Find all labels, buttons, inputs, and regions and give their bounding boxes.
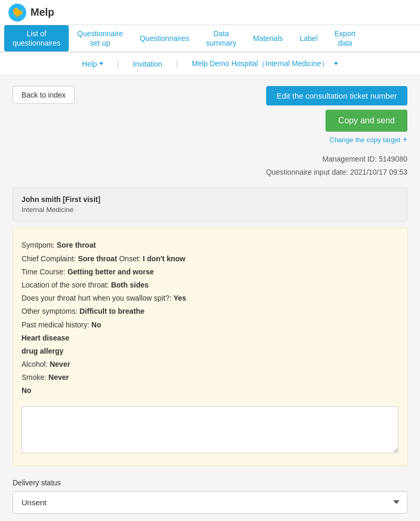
nav-questionnaire-setup[interactable]: Questionnaire set up [69, 25, 131, 51]
nav-label[interactable]: Label [291, 25, 326, 51]
questionnaire-card: Symtpom: Sore throat Chief Complaint: So… [13, 228, 407, 465]
edit-ticket-button[interactable]: Edit the consultation ticket number [266, 86, 407, 105]
main-content: Back to index Edit the consultation tick… [0, 76, 420, 521]
nav-list-questionnaires[interactable]: List of questionnaires [4, 25, 69, 51]
q-line-8: Heart disease [22, 332, 398, 345]
q-heartdisease: Heart disease [22, 334, 69, 342]
main-nav: List of questionnaires Questionnaire set… [0, 25, 420, 52]
q-smoke-prefix: Smoke: [22, 373, 48, 381]
q-line-9: drug allergy [22, 345, 398, 358]
delivery-select[interactable]: Unsent Sent Delivered [13, 492, 407, 513]
q-location-prefix: Location of the sore throat: [22, 281, 111, 289]
q-other-prefix: Other symptoms: [22, 307, 79, 315]
help-menu[interactable]: Help [75, 56, 111, 72]
q-symptom-prefix: Symtpom: [22, 241, 57, 249]
patient-department: Internal Medicine [22, 206, 398, 214]
management-id-value: 5149080 [379, 155, 407, 163]
delivery-label: Delivery status [13, 479, 407, 487]
q-pastmed-value: No [91, 321, 101, 329]
logo-emoji: 🐤 [12, 7, 23, 18]
q-line-2: Chief Complaint: Sore throat Onset: I do… [22, 252, 398, 265]
q-line-12: No [22, 384, 398, 397]
q-timecourse-value: Getting better and worse [67, 268, 154, 276]
q-other-value: Difficult to breathe [79, 307, 144, 315]
q-line-3: Time Course: Getting better and worse [22, 265, 398, 279]
hospital-menu[interactable]: Melp Demo Hospital（Internal Medicine） [184, 55, 345, 73]
hospital-dropdown-icon [334, 62, 338, 65]
q-alcohol-prefix: Alcohol: [22, 360, 50, 368]
delivery-section: Delivery status Unsent Sent Delivered [13, 479, 407, 514]
nav-separator-1: | [117, 59, 119, 69]
q-line-6: Other symptoms: Difficult to breathe [22, 305, 398, 318]
q-chief-value: Sore throat [78, 254, 117, 263]
copy-send-button[interactable]: Copy and send [326, 110, 407, 132]
q-pastmed-prefix: Past medical history: [22, 321, 91, 329]
copy-send-area: Copy and send Change the copy target + [13, 110, 407, 144]
management-info: Management ID: 5149080 Questionnaire inp… [13, 153, 407, 179]
q-drugallergy: drug allergy [22, 347, 64, 355]
logo-area: 🐤 Melp [8, 4, 55, 22]
q-timecourse-prefix: Time Course: [22, 268, 67, 276]
q-alcohol-value: Never [50, 360, 70, 368]
action-bar: Back to index Edit the consultation tick… [13, 86, 407, 105]
q-onset-prefix: Onset: [117, 254, 143, 263]
management-id-label: Management ID: [322, 155, 377, 163]
q-onset-value: I don't know [143, 254, 185, 263]
help-dropdown-icon [99, 62, 103, 65]
q-line-5: Does your throat hurt when you swallow s… [22, 292, 398, 305]
change-copy-target-link[interactable]: Change the copy target + [330, 135, 408, 144]
q-line-11: Smoke: Never [22, 371, 398, 384]
questionnaire-date-label: Questionnaire input date: [266, 168, 348, 176]
questionnaire-date-value: 2021/10/17 09:53 [350, 168, 407, 176]
app-logo-icon: 🐤 [8, 4, 26, 22]
q-swallow-prefix: Does your throat hurt when you swallow s… [22, 294, 173, 302]
q-no-standalone: No [22, 386, 32, 395]
nav-materials[interactable]: Materials [245, 25, 291, 51]
q-chief-prefix: Chief Complaint: [22, 254, 78, 263]
notes-textarea[interactable] [22, 406, 398, 453]
nav-questionnaires[interactable]: Questionnaires [131, 25, 197, 51]
q-location-value: Both sides [111, 281, 149, 289]
plus-icon: + [403, 135, 407, 144]
invitation-nav[interactable]: Invitation [125, 56, 170, 72]
q-line-7: Past medical history: No [22, 318, 398, 332]
q-line-10: Alcohol: Never [22, 358, 398, 371]
q-smoke-value: Never [48, 373, 69, 381]
patient-name: John smith [First visit] [22, 195, 398, 204]
delivery-select-wrapper: Unsent Sent Delivered [13, 491, 407, 514]
back-to-index-button[interactable]: Back to index [13, 86, 75, 104]
q-symptom-value: Sore throat [57, 241, 96, 249]
top-header: 🐤 Melp [0, 0, 420, 25]
sub-nav: Help | Invitation | Melp Demo Hospital（I… [0, 52, 420, 76]
nav-data-summary[interactable]: Data summary [197, 25, 245, 51]
patient-card: John smith [First visit] Internal Medici… [13, 187, 407, 221]
app-title: Melp [30, 6, 55, 18]
nav-separator-2: | [176, 59, 178, 69]
q-line-4: Location of the sore throat: Both sides [22, 279, 398, 292]
q-line-1: Symtpom: Sore throat [22, 239, 398, 252]
q-swallow-value: Yes [173, 294, 186, 302]
nav-export-data[interactable]: Export data [326, 25, 364, 51]
